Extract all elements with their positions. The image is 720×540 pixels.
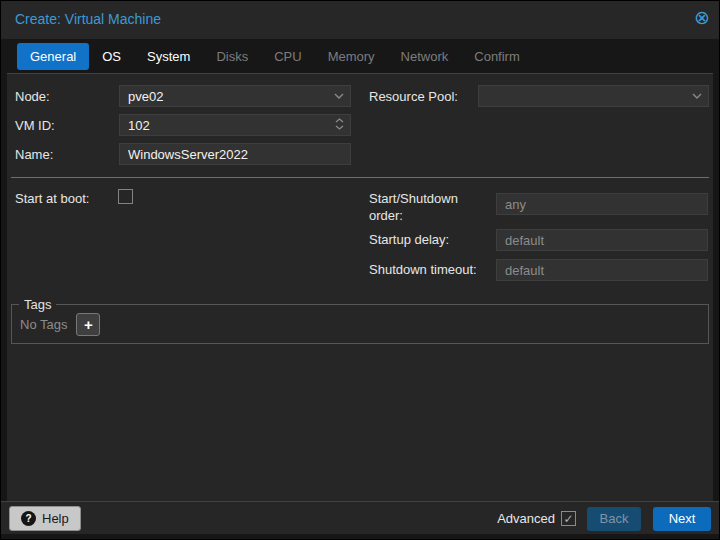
help-icon: ? — [21, 511, 36, 526]
check-icon: ✓ — [563, 512, 573, 526]
startup-delay-field[interactable] — [496, 229, 708, 251]
name-input[interactable] — [119, 143, 351, 165]
tab-disks: Disks — [203, 43, 261, 70]
start-shutdown-order-input[interactable] — [496, 193, 708, 215]
node-label: Node: — [15, 89, 50, 104]
tags-legend: Tags — [19, 297, 56, 312]
footer-actions: Advanced ✓ Back Next — [497, 506, 711, 531]
resource-pool-field[interactable] — [478, 85, 709, 107]
next-button[interactable]: Next — [653, 507, 711, 531]
tab-os[interactable]: OS — [89, 43, 134, 70]
dialog-title: Create: Virtual Machine — [15, 11, 161, 27]
shutdown-timeout-input[interactable] — [496, 259, 708, 281]
wizard-tabbar: General OS System Disks CPU Memory Netwo… — [1, 39, 719, 73]
vm-id-field[interactable] — [119, 114, 351, 136]
vm-id-label: VM ID: — [15, 118, 55, 133]
advanced-label: Advanced — [497, 511, 555, 526]
section-divider — [11, 177, 709, 178]
tab-cpu: CPU — [261, 43, 314, 70]
plus-icon: + — [84, 317, 93, 332]
back-button[interactable]: Back — [587, 507, 641, 531]
tags-row: No Tags + — [12, 313, 708, 336]
tab-network: Network — [388, 43, 462, 70]
resource-pool-select[interactable] — [478, 85, 709, 107]
node-field[interactable] — [119, 85, 351, 107]
start-shutdown-order-label: Start/Shutdown order: — [369, 190, 494, 224]
startup-delay-input[interactable] — [496, 229, 708, 251]
name-field[interactable] — [119, 143, 351, 165]
node-select[interactable] — [119, 85, 351, 107]
name-label: Name: — [15, 147, 53, 162]
tags-fieldset: Tags No Tags + — [11, 297, 709, 344]
add-tag-button[interactable]: + — [76, 313, 100, 336]
shutdown-timeout-field[interactable] — [496, 259, 708, 281]
startup-delay-label: Startup delay: — [369, 232, 449, 247]
start-at-boot-checkbox[interactable] — [118, 189, 133, 204]
dialog-titlebar: Create: Virtual Machine ⊗ — [1, 1, 719, 39]
dialog-footer: ? Help Advanced ✓ Back Next — [1, 501, 719, 534]
help-button[interactable]: ? Help — [9, 506, 81, 531]
start-at-boot-label: Start at boot: — [15, 191, 89, 206]
vm-id-input[interactable] — [119, 114, 351, 136]
tab-general[interactable]: General — [17, 43, 89, 70]
form-panel — [7, 73, 713, 501]
close-icon[interactable]: ⊗ — [694, 8, 710, 27]
shutdown-timeout-label: Shutdown timeout: — [369, 262, 477, 277]
tab-confirm: Confirm — [461, 43, 533, 70]
create-vm-dialog: Create: Virtual Machine ⊗ General OS Sys… — [0, 0, 720, 540]
advanced-checkbox[interactable]: ✓ — [561, 511, 576, 526]
tab-system[interactable]: System — [134, 43, 203, 70]
help-button-label: Help — [42, 511, 69, 526]
start-shutdown-order-field[interactable] — [496, 193, 708, 215]
tab-memory: Memory — [315, 43, 388, 70]
resource-pool-label: Resource Pool: — [369, 89, 458, 104]
no-tags-text: No Tags — [20, 317, 67, 332]
